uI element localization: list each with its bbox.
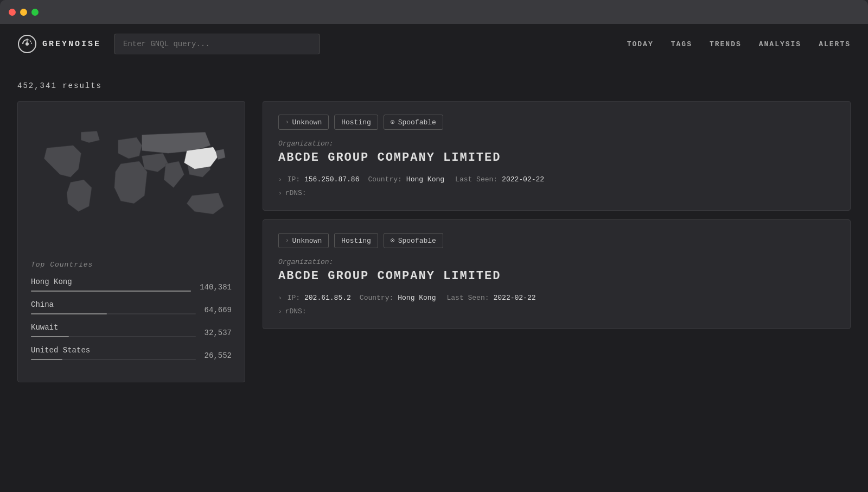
country-count-0: 140,381	[200, 283, 232, 292]
close-button[interactable]	[9, 9, 16, 16]
rdns-label-0: rDNS:	[285, 189, 307, 197]
tag-hosting-label-1: Hosting	[341, 237, 371, 245]
content-wrapper: 452,341 results	[0, 64, 868, 382]
country-name-3: United States	[31, 346, 196, 355]
rdns-row-1[interactable]: › rDNS:	[278, 307, 835, 316]
ip-value-1: 202.61.85.2	[304, 294, 351, 302]
right-panel: › Unknown Hosting ⊙ Spoofable Organizati…	[245, 101, 851, 382]
tag-chevron-0: ›	[285, 119, 289, 125]
country-label-1: Country:	[360, 294, 393, 302]
country-value-1: Hong Kong	[398, 294, 436, 302]
tag-spoofable-0[interactable]: ⊙ Spoofable	[384, 115, 443, 130]
main-content: Top Countries Hong Kong 140,381	[17, 101, 851, 382]
country-count-1: 64,669	[205, 306, 232, 314]
tag-unknown-1[interactable]: › Unknown	[278, 233, 329, 248]
tag-hosting-1[interactable]: Hosting	[334, 233, 378, 248]
spoofable-icon-0: ⊙	[391, 118, 395, 127]
country-row-0: Hong Kong 140,381	[31, 277, 232, 292]
tag-hosting-0[interactable]: Hosting	[334, 115, 378, 130]
tag-spoofable-1[interactable]: ⊙ Spoofable	[384, 233, 443, 248]
maximize-button[interactable]	[31, 9, 39, 16]
tag-unknown-label-0: Unknown	[292, 118, 322, 127]
tag-unknown-0[interactable]: › Unknown	[278, 115, 329, 130]
last-seen-value-1: 2022-02-22	[494, 294, 536, 302]
tags-row-0: › Unknown Hosting ⊙ Spoofable	[278, 115, 835, 130]
org-label-0: Organization:	[278, 140, 835, 148]
nav-analysis[interactable]: ANALYSIS	[759, 40, 801, 48]
ip-expand-row-0[interactable]: › IP: 156.250.87.86 Country: Hong Kong L…	[278, 175, 835, 184]
country-bar-3	[31, 359, 62, 360]
map-container: Top Countries Hong Kong 140,381	[17, 101, 245, 382]
app-container: GREYNOISE TODAY TAGS TRENDS ANALYSIS ALE…	[0, 24, 868, 492]
org-label-1: Organization:	[278, 258, 835, 266]
country-count-3: 26,552	[205, 351, 232, 360]
result-card-1: › Unknown Hosting ⊙ Spoofable Organizati…	[263, 219, 851, 329]
tag-spoofable-label-0: Spoofable	[398, 118, 436, 127]
svg-point-1	[25, 42, 29, 46]
country-bar-0	[31, 291, 191, 292]
tag-unknown-label-1: Unknown	[292, 237, 322, 245]
country-row-1: China 64,669	[31, 300, 232, 314]
left-panel: Top Countries Hong Kong 140,381	[17, 101, 245, 382]
rdns-chevron-1: ›	[278, 308, 282, 315]
ip-value-0: 156.250.87.86	[304, 175, 359, 184]
country-name-0: Hong Kong	[31, 277, 191, 286]
logo-text: GREYNOISE	[42, 40, 101, 49]
country-bar-1	[31, 313, 107, 314]
tag-hosting-label-0: Hosting	[341, 118, 371, 127]
ip-label-1: IP:	[288, 294, 300, 302]
ip-label-0: IP:	[288, 175, 300, 184]
ip-chevron-1: ›	[278, 295, 282, 301]
world-map	[31, 115, 232, 245]
results-header: 452,341 results	[17, 64, 851, 101]
spoofable-icon-1: ⊙	[391, 236, 395, 245]
tag-spoofable-label-1: Spoofable	[398, 237, 436, 245]
ip-chevron-0: ›	[278, 176, 282, 183]
country-bar-2	[31, 336, 69, 337]
rdns-chevron-0: ›	[278, 190, 282, 197]
window-chrome	[0, 0, 868, 24]
ip-expand-row-1[interactable]: › IP: 202.61.85.2 Country: Hong Kong Las…	[278, 294, 835, 302]
nav-tags[interactable]: TAGS	[671, 40, 692, 48]
last-seen-value-0: 2022-02-22	[502, 175, 544, 184]
result-card-0: › Unknown Hosting ⊙ Spoofable Organizati…	[263, 101, 851, 211]
country-name-2: Kuwait	[31, 323, 196, 332]
last-seen-label-0: Last Seen:	[455, 175, 497, 184]
nav-today[interactable]: TODAY	[627, 40, 654, 48]
tag-chevron-1: ›	[285, 237, 289, 244]
nav-alerts[interactable]: ALERTS	[819, 40, 851, 48]
logo-icon	[17, 34, 37, 54]
last-seen-label-1: Last Seen:	[446, 294, 489, 302]
org-name-1: ABCDE GROUP COMPANY LIMITED	[278, 269, 835, 283]
nav-trends[interactable]: TRENDS	[710, 40, 742, 48]
country-value-0: Hong Kong	[406, 175, 444, 184]
minimize-button[interactable]	[20, 9, 27, 16]
org-name-0: ABCDE GROUP COMPANY LIMITED	[278, 151, 835, 165]
header: GREYNOISE TODAY TAGS TRENDS ANALYSIS ALE…	[0, 24, 868, 64]
country-row-2: Kuwait 32,537	[31, 323, 232, 337]
country-name-1: China	[31, 300, 196, 309]
country-label-0: Country:	[368, 175, 401, 184]
top-countries-label: Top Countries	[31, 261, 232, 269]
search-input[interactable]	[114, 34, 320, 54]
rdns-row-0[interactable]: › rDNS:	[278, 189, 835, 197]
results-count: 452,341 results	[17, 73, 851, 101]
country-count-2: 32,537	[205, 329, 232, 337]
nav-links: TODAY TAGS TRENDS ANALYSIS ALERTS	[627, 40, 851, 48]
country-row-3: United States 26,552	[31, 346, 232, 360]
tags-row-1: › Unknown Hosting ⊙ Spoofable	[278, 233, 835, 248]
rdns-label-1: rDNS:	[285, 307, 307, 316]
logo-area: GREYNOISE	[17, 34, 101, 54]
